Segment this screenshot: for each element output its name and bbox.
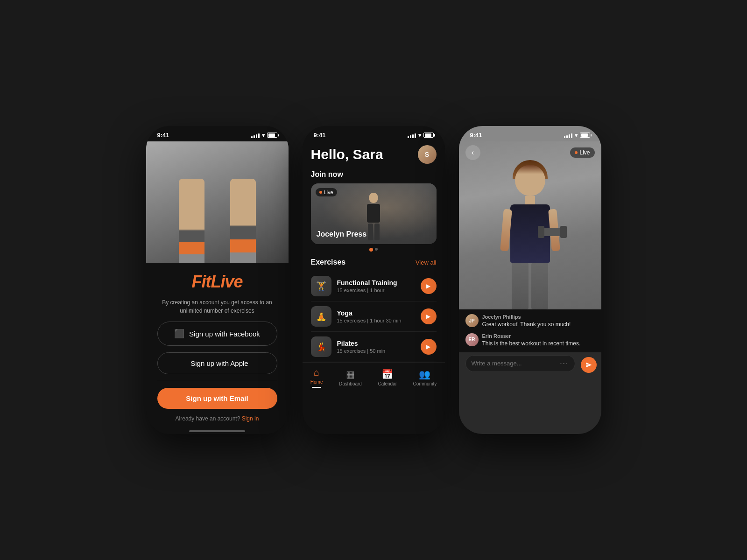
battery-icon-2 bbox=[423, 133, 434, 138]
email-signup-label: Sign up with Email bbox=[186, 394, 248, 402]
status-bar-3: 9:41 ▾ bbox=[459, 126, 601, 141]
nav-home-label: Home bbox=[310, 379, 323, 385]
chat-avatar-2: ER bbox=[465, 333, 479, 346]
status-time-3: 9:41 bbox=[470, 132, 482, 139]
status-icons-2: ▾ bbox=[408, 132, 434, 139]
exercise-item-2[interactable]: 🧘 Yoga 15 exercises | 1 hour 30 min ▶ bbox=[311, 301, 437, 332]
phones-container: 9:41 ▾ FitLive By crea bbox=[146, 126, 601, 434]
exercise-item-1[interactable]: 🏋 Functional Training 15 exercises | 1 h… bbox=[311, 271, 437, 301]
apple-signup-label: Sign up with Apple bbox=[190, 359, 248, 367]
trainer-neck bbox=[525, 196, 535, 204]
community-icon: 👥 bbox=[419, 369, 430, 380]
calendar-icon: 📅 bbox=[381, 369, 393, 380]
live-label: Live bbox=[324, 189, 333, 195]
message-input[interactable] bbox=[472, 360, 557, 367]
chat-bubble-1: Jocelyn Phillips Great workout! Thank yo… bbox=[482, 314, 595, 329]
exercise-name-1: Functional Training bbox=[337, 279, 415, 287]
chat-bubble-2: Erin Rosser This is the best workout in … bbox=[482, 333, 595, 348]
nav-home[interactable]: ⌂ Home bbox=[310, 367, 323, 388]
signup-content: FitLive By creating an account you get a… bbox=[146, 263, 289, 434]
chat-text-1: Great workout! Thank you so much! bbox=[482, 321, 595, 329]
play-button-3[interactable]: ▶ bbox=[421, 339, 437, 355]
facebook-icon: ⬛ bbox=[174, 329, 184, 339]
apple-signup-button[interactable]: Sign up with Apple bbox=[157, 352, 277, 374]
status-icons-1: ▾ bbox=[251, 132, 277, 139]
live-badge: Live bbox=[316, 188, 337, 196]
exercise-info-1: Functional Training 15 exercises | 1 hou… bbox=[337, 279, 415, 293]
live-dot bbox=[319, 191, 322, 194]
chat-message-1: JP Jocelyn Phillips Great workout! Thank… bbox=[465, 314, 595, 329]
nav-calendar-label: Calendar bbox=[378, 381, 397, 386]
exercise-meta-3: 15 exercises | 50 min bbox=[337, 348, 415, 354]
wifi-icon: ▾ bbox=[262, 132, 265, 139]
trainer-figure bbox=[510, 141, 550, 309]
exercise-meta-2: 15 exercises | 1 hour 30 min bbox=[337, 318, 415, 323]
status-time-2: 9:41 bbox=[314, 132, 326, 139]
wifi-icon-3: ▾ bbox=[575, 132, 578, 139]
bottom-nav: ⌂ Home ▦ Dashboard 📅 Calendar 👥 Communit… bbox=[303, 362, 445, 391]
facebook-signup-label: Sign up with Facebook bbox=[189, 330, 260, 338]
nav-dashboard-label: Dashboard bbox=[339, 381, 362, 386]
chat-avatar-1: JP bbox=[465, 314, 479, 327]
signal-icon-3 bbox=[564, 133, 572, 138]
view-all-link[interactable]: View all bbox=[416, 259, 437, 266]
status-bar-1: 9:41 ▾ bbox=[146, 126, 289, 141]
hero-image bbox=[146, 141, 289, 263]
gym-figure bbox=[359, 193, 388, 239]
exercise-info-2: Yoga 15 exercises | 1 hour 30 min bbox=[337, 309, 415, 323]
signin-link[interactable]: Sign in bbox=[242, 415, 259, 422]
exercise-thumb-2: 🧘 bbox=[311, 306, 331, 327]
app-subtitle: By creating an account you get access to… bbox=[157, 298, 277, 315]
greeting-text: Hello, Sara bbox=[311, 147, 383, 162]
send-button[interactable] bbox=[581, 357, 597, 373]
live-label-3: Live bbox=[579, 149, 590, 156]
wifi-icon-2: ▾ bbox=[418, 132, 421, 139]
trainer-legs bbox=[512, 263, 548, 309]
battery-icon-3 bbox=[580, 133, 590, 138]
app-title: FitLive bbox=[191, 272, 242, 292]
exercise-meta-1: 15 exercises | 1 hour bbox=[337, 287, 415, 293]
message-input-container[interactable]: ··· bbox=[465, 355, 575, 372]
home-indicator-1 bbox=[189, 430, 245, 432]
chat-message-2: ER Erin Rosser This is the best workout … bbox=[465, 333, 595, 348]
avatar[interactable]: S bbox=[418, 145, 437, 164]
nav-dashboard[interactable]: ▦ Dashboard bbox=[339, 369, 362, 386]
back-button[interactable]: ‹ bbox=[465, 145, 480, 160]
signal-icon-2 bbox=[408, 133, 416, 138]
nav-community-label: Community bbox=[413, 381, 437, 386]
dashboard-icon: ▦ bbox=[346, 369, 355, 380]
signal-icon bbox=[251, 133, 260, 138]
exercise-info-3: Pilates 15 exercises | 50 min bbox=[337, 340, 415, 354]
status-time-1: 9:41 bbox=[157, 132, 169, 139]
chat-area: JP Jocelyn Phillips Great workout! Thank… bbox=[459, 309, 601, 352]
facebook-signup-button[interactable]: ⬛ Sign up with Facebook bbox=[157, 322, 277, 346]
trainer-photo-area: ‹ Live bbox=[459, 141, 601, 309]
email-signup-button[interactable]: Sign up with Email bbox=[157, 388, 277, 409]
greeting-row: Hello, Sara S bbox=[311, 141, 437, 170]
live-badge-header: Live bbox=[570, 147, 594, 158]
nav-underline bbox=[312, 387, 321, 388]
card-dots bbox=[311, 248, 437, 252]
phone-signup: 9:41 ▾ FitLive By crea bbox=[146, 126, 289, 434]
exercise-thumb-3: 💃 bbox=[311, 336, 331, 357]
dumbbell bbox=[541, 228, 564, 236]
trainer-head bbox=[515, 165, 545, 196]
trainer-name-card: Jocelyn Press bbox=[317, 230, 367, 238]
more-options-icon[interactable]: ··· bbox=[560, 359, 569, 368]
chat-user-1: Jocelyn Phillips bbox=[482, 314, 595, 320]
exercise-name-3: Pilates bbox=[337, 340, 415, 347]
status-icons-3: ▾ bbox=[564, 132, 590, 139]
play-button-1[interactable]: ▶ bbox=[421, 278, 437, 294]
divider bbox=[157, 381, 277, 381]
live-dot-3 bbox=[575, 151, 578, 154]
phone-dashboard: 9:41 ▾ Hello, Sara S Join bbox=[303, 126, 445, 434]
dashboard-content: Hello, Sara S Join now bbox=[303, 141, 445, 362]
phone-livestream: 9:41 ▾ ‹ Live bbox=[459, 126, 601, 434]
nav-community[interactable]: 👥 Community bbox=[413, 369, 437, 386]
play-button-2[interactable]: ▶ bbox=[421, 308, 437, 324]
exercises-header: Exercises View all bbox=[311, 258, 437, 266]
live-card[interactable]: Live Jocelyn Press bbox=[311, 183, 437, 244]
trainer-torso bbox=[510, 204, 550, 263]
exercise-item-3[interactable]: 💃 Pilates 15 exercises | 50 min ▶ bbox=[311, 332, 437, 362]
nav-calendar[interactable]: 📅 Calendar bbox=[378, 369, 397, 386]
